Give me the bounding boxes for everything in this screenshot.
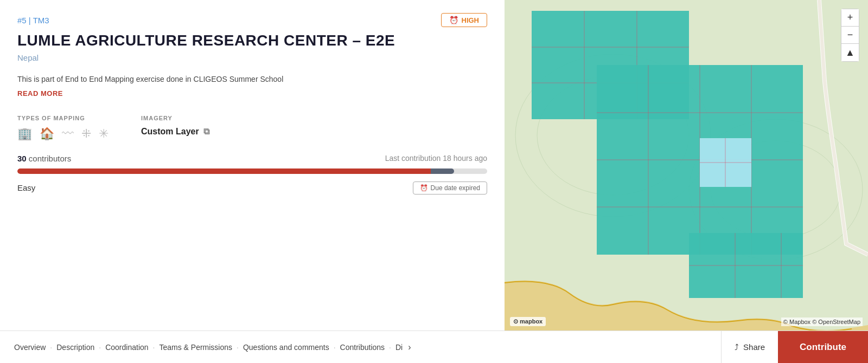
map-controls: + − ▲ — [841, 9, 859, 62]
nav-item-more-text[interactable]: Di — [392, 343, 406, 352]
clock-icon: ⏰ — [449, 16, 458, 24]
share-label: Share — [743, 342, 765, 352]
map-svg — [505, 0, 868, 330]
mapping-types-section: TYPES OF MAPPING 🏢 🏠 〰 ⁜ ✳ — [17, 115, 108, 141]
building-icon: 🏢 — [17, 127, 32, 141]
mapping-icons: 🏢 🏠 〰 ⁜ ✳ — [17, 127, 108, 141]
nav-item-overview[interactable]: Overview — [11, 343, 49, 352]
map-panel[interactable]: + − ▲ ⊙ mapbox © Mapbox © OpenStreetMap — [505, 0, 868, 330]
mapbox-attribution: ⊙ mapbox — [510, 317, 546, 326]
nav-chevron-right-icon[interactable]: › — [408, 342, 411, 352]
contributors-row: 30 contributors Last contribution 18 hou… — [17, 154, 487, 163]
project-id: #5 | TM3 — [17, 16, 49, 25]
mapping-imagery-row: TYPES OF MAPPING 🏢 🏠 〰 ⁜ ✳ IMAGERY — [17, 115, 487, 141]
share-button[interactable]: ⤴ Share — [721, 331, 778, 364]
last-contribution: Last contribution 18 hours ago — [385, 154, 487, 163]
project-country: Nepal — [17, 53, 487, 62]
other-icon: ✳ — [99, 127, 108, 141]
read-more-link[interactable]: READ MORE — [17, 89, 487, 98]
nav-items: Overview · Description · Coordination · … — [0, 342, 721, 352]
types-of-mapping-label: TYPES OF MAPPING — [17, 115, 108, 121]
contribute-button[interactable]: Contribute — [778, 331, 868, 364]
zoom-in-button[interactable]: + — [841, 9, 859, 27]
contribute-label: Contribute — [800, 342, 846, 353]
mapbox-icon: ⊙ — [513, 318, 518, 325]
difficulty-label: Easy — [17, 183, 35, 192]
imagery-value: Custom Layer ⧉ — [141, 127, 209, 137]
nav-item-questions[interactable]: Questions and comments — [240, 343, 333, 352]
left-panel: #5 | TM3 ⏰ HIGH LUMLE AGRICULTURE RESEAR… — [0, 0, 505, 330]
priority-label: HIGH — [462, 16, 480, 24]
imagery-name: Custom Layer — [141, 127, 199, 137]
nav-item-contributions[interactable]: Contributions — [337, 343, 388, 352]
water-icon: 〰 — [62, 127, 74, 141]
bottom-nav: Overview · Description · Coordination · … — [0, 330, 868, 363]
copy-icon[interactable]: ⧉ — [203, 127, 209, 137]
house-icon: 🏠 — [40, 127, 54, 141]
nav-item-teams-permissions[interactable]: Teams & Permissions — [156, 343, 235, 352]
imagery-section: IMAGERY Custom Layer ⧉ — [141, 115, 209, 137]
contributors-count: 30 contributors — [17, 154, 71, 163]
priority-badge: ⏰ HIGH — [441, 13, 488, 27]
progress-secondary — [431, 168, 454, 174]
due-date-text: Due date expired — [431, 184, 480, 192]
contributors-number: 30 — [17, 154, 27, 163]
project-meta: #5 | TM3 ⏰ HIGH — [17, 13, 487, 27]
mapbox-logo: ⊙ mapbox — [510, 317, 546, 326]
share-icon: ⤴ — [735, 342, 739, 352]
project-title: LUMLE AGRICULTURE RESEARCH CENTER – E2E — [17, 31, 487, 50]
nav-item-coordination[interactable]: Coordination — [102, 343, 151, 352]
nav-item-description[interactable]: Description — [53, 343, 98, 352]
due-date-badge: ⏰ Due date expired — [413, 182, 487, 195]
difficulty-row: Easy ⏰ Due date expired — [17, 182, 487, 195]
progress-bar — [17, 168, 487, 174]
contributors-text: contributors — [29, 154, 71, 163]
progress-fill — [17, 168, 431, 174]
project-description: This is part of End to End Mapping exerc… — [17, 73, 487, 85]
landuse-icon: ⁜ — [81, 127, 91, 141]
map-copyright: © Mapbox © OpenStreetMap — [781, 317, 863, 326]
reset-bearing-button[interactable]: ▲ — [841, 44, 859, 61]
zoom-out-button[interactable]: − — [841, 27, 859, 44]
clock-small-icon: ⏰ — [420, 184, 428, 192]
nav-right: ⤴ Share Contribute — [721, 331, 868, 364]
imagery-label: IMAGERY — [141, 115, 209, 121]
